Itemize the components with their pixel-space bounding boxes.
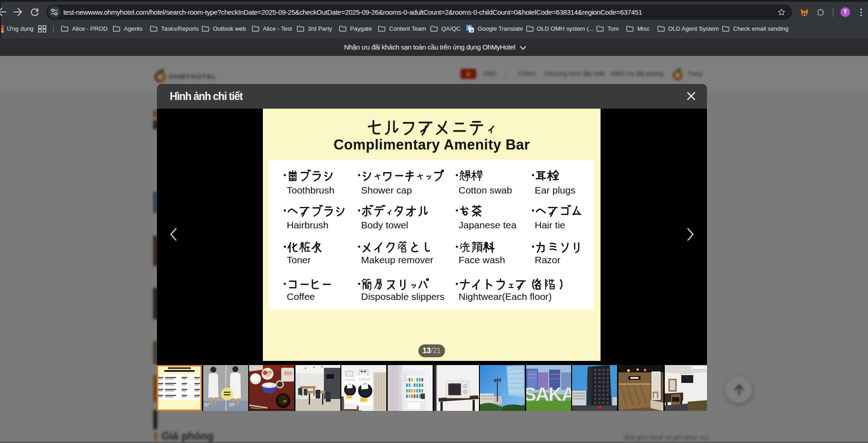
svg-text:SAKA: SAKA — [526, 383, 571, 405]
